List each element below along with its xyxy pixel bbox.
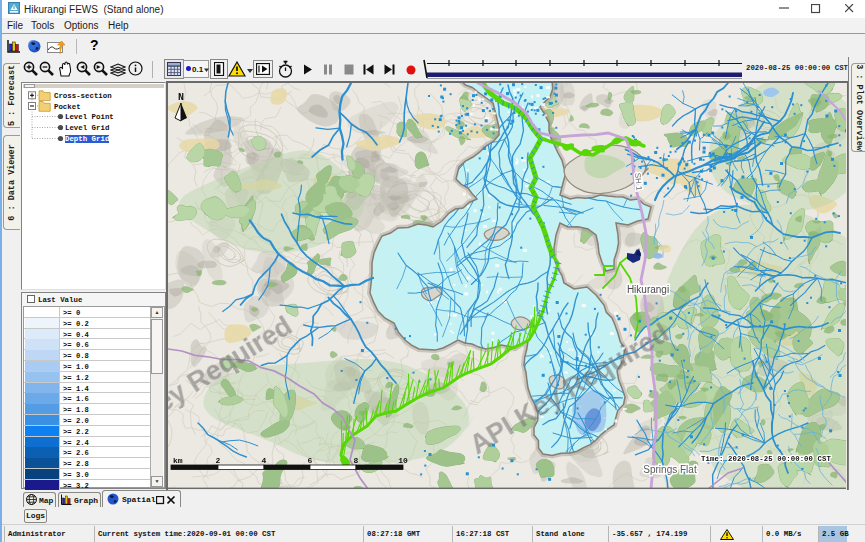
svg-text:km: km xyxy=(173,456,183,465)
svg-text:N: N xyxy=(178,92,184,103)
svg-text:8: 8 xyxy=(354,456,359,465)
svg-text:10: 10 xyxy=(398,456,408,465)
svg-text:Hikurangi: Hikurangi xyxy=(627,284,669,295)
svg-text:SH 1: SH 1 xyxy=(633,172,644,191)
svg-text:4: 4 xyxy=(262,456,267,465)
svg-text:6: 6 xyxy=(308,456,313,465)
svg-text:2: 2 xyxy=(216,456,221,465)
svg-text:Springs Flat: Springs Flat xyxy=(643,464,697,475)
svg-text:Time: 2020-08-25 00:00:00 CST: Time: 2020-08-25 00:00:00 CST xyxy=(701,455,831,463)
